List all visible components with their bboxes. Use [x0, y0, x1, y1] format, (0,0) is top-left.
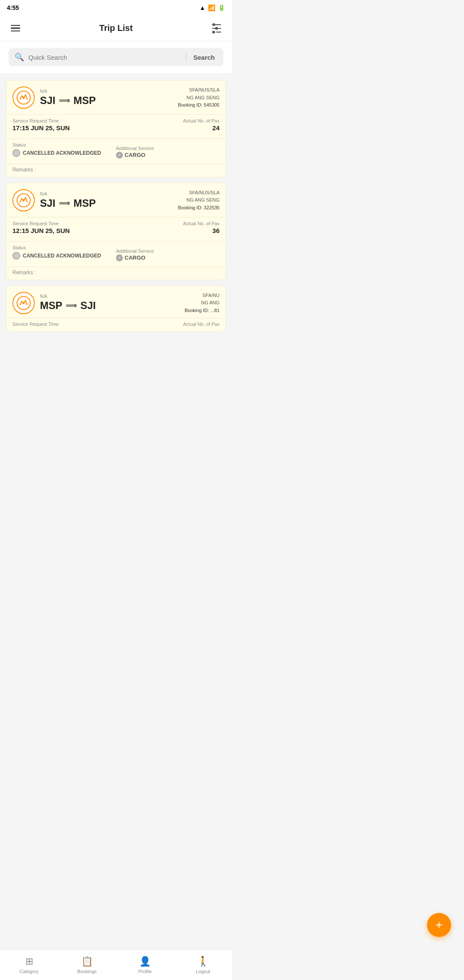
route-arrow-2: ⟹ — [59, 199, 70, 208]
from-city-3: MSP — [40, 300, 62, 312]
service-time-label-2: Service Request Time — [12, 221, 116, 226]
trip-route-info-3: N/A MSP ⟹ SJI — [40, 294, 180, 312]
service-time-label-1: Service Request Time — [12, 118, 116, 123]
na-label-2: N/A — [40, 192, 173, 196]
cargo-check-icon-1: ✓ — [116, 152, 123, 159]
operator-name-3: NG ANG — [185, 299, 220, 307]
trip-card-header-2: N/A SJI ⟹ MSP SFA/NUS/SLA NG ANG SENG Bo… — [6, 183, 226, 215]
remarks-row-1: Remarks : — [6, 164, 226, 177]
pax-col-1: Actual No. of Pax 24 — [116, 115, 220, 135]
to-city-1: MSP — [73, 95, 96, 107]
signal-icon: 📶 — [208, 4, 215, 11]
route-cities-1: SJI ⟹ MSP — [40, 95, 173, 107]
svg-point-6 — [22, 199, 24, 202]
search-icon: 🔍 — [15, 52, 24, 62]
na-label-3: N/A — [40, 294, 180, 299]
route-code-1: SFA/NUS/SLA — [178, 86, 220, 94]
status-col-1: Status CANCELLED ACKNOWLEDGED — [12, 139, 116, 162]
pax-col-2: Actual No. of Pax 36 — [116, 217, 220, 238]
status-dot-1 — [12, 149, 20, 157]
filter-icon[interactable] — [210, 21, 223, 35]
battery-icon: 🔋 — [218, 4, 225, 11]
trip-logo-2 — [12, 189, 35, 211]
page-title: Trip List — [99, 23, 133, 33]
booking-id-1: Booking ID: 545305 — [178, 101, 220, 109]
route-arrow-1: ⟹ — [59, 96, 70, 105]
search-bar-wrapper: 🔍 Search — [0, 41, 232, 73]
search-divider — [186, 53, 186, 61]
additional-service-label-1: Additional Service — [116, 142, 220, 151]
status-badge-1: CANCELLED ACKNOWLEDGED — [12, 149, 101, 157]
pax-value-2: 36 — [116, 227, 220, 234]
cargo-text-2: CARGO — [125, 254, 145, 261]
from-city-1: SJI — [40, 95, 55, 107]
status-col-2: Status CANCELLED ACKNOWLEDGED — [12, 242, 116, 265]
wifi-icon: ▲ — [199, 4, 205, 11]
trip-status-row-1: Status CANCELLED ACKNOWLEDGED Additional… — [6, 138, 226, 164]
status-dot-2 — [12, 252, 20, 260]
cargo-check-icon-2: ✓ — [116, 254, 123, 261]
route-code-2: SFA/NUS/SLA — [178, 189, 220, 197]
pax-label-1: Actual No. of Pax — [116, 118, 220, 123]
app-header: Trip List — [0, 15, 232, 41]
status-time: 4:55 — [7, 4, 19, 11]
operator-name-2: NG ANG SENG — [178, 196, 220, 204]
to-city-2: MSP — [73, 197, 96, 209]
trip-meta-3: SFA/NU NG ANG Booking ID: ...81 — [185, 292, 220, 315]
status-bar: 4:55 ▲ 📶 🔋 — [0, 0, 232, 15]
cargo-text-1: CARGO — [125, 152, 145, 158]
service-time-value-1: 17:15 JUN 25, SUN — [12, 124, 116, 132]
search-bar: 🔍 Search — [9, 48, 223, 66]
route-code-3: SFA/NU — [185, 292, 220, 300]
na-label-1: N/A — [40, 89, 173, 94]
pax-label-3: Actual No. of Pax — [183, 322, 220, 327]
booking-id-3: Booking ID: ...81 — [185, 307, 220, 315]
additional-service-col-2: Additional Service ✓ CARGO — [116, 242, 220, 265]
hamburger-menu-icon[interactable] — [9, 21, 22, 35]
remarks-label-2: Remarks : — [12, 270, 36, 276]
trip-card-1[interactable]: N/A SJI ⟹ MSP SFA/NUS/SLA NG ANG SENG Bo… — [6, 80, 226, 178]
trip-meta-2: SFA/NUS/SLA NG ANG SENG Booking ID: 3225… — [178, 189, 220, 212]
trip-card-3[interactable]: N/A MSP ⟹ SJI SFA/NU NG ANG Booking ID: … — [6, 285, 226, 332]
trip-route-info-1: N/A SJI ⟹ MSP — [40, 89, 173, 107]
svg-point-4 — [22, 97, 24, 99]
status-badge-2: CANCELLED ACKNOWLEDGED — [12, 252, 101, 260]
trip-card-header-3: N/A MSP ⟹ SJI SFA/NU NG ANG Booking ID: … — [6, 286, 226, 318]
route-cities-2: SJI ⟹ MSP — [40, 197, 173, 209]
trip-card-header-1: N/A SJI ⟹ MSP SFA/NUS/SLA NG ANG SENG Bo… — [6, 80, 226, 113]
service-time-value-2: 12:15 JUN 25, SUN — [12, 227, 116, 234]
to-city-3: SJI — [80, 300, 96, 312]
search-input[interactable] — [28, 54, 182, 61]
from-city-2: SJI — [40, 197, 55, 209]
trip-meta-1: SFA/NUS/SLA NG ANG SENG Booking ID: 5453… — [178, 86, 220, 109]
service-time-col-1: Service Request Time 17:15 JUN 25, SUN — [12, 115, 116, 135]
additional-service-col-1: Additional Service ✓ CARGO — [116, 139, 220, 162]
pax-label-2: Actual No. of Pax — [116, 221, 220, 226]
status-text-1: CANCELLED ACKNOWLEDGED — [23, 150, 101, 156]
route-cities-3: MSP ⟹ SJI — [40, 300, 180, 312]
status-text-2: CANCELLED ACKNOWLEDGED — [23, 253, 101, 259]
trips-container: N/A SJI ⟹ MSP SFA/NUS/SLA NG ANG SENG Bo… — [0, 73, 232, 338]
trip-logo-1 — [12, 86, 35, 109]
trip-card-2[interactable]: N/A SJI ⟹ MSP SFA/NUS/SLA NG ANG SENG Bo… — [6, 183, 226, 280]
remarks-row-2: Remarks : — [6, 266, 226, 280]
route-arrow-3: ⟹ — [66, 301, 77, 310]
trip-status-row-2: Status CANCELLED ACKNOWLEDGED Additional… — [6, 241, 226, 266]
cargo-badge-2: ✓ CARGO — [116, 254, 220, 261]
pax-value-1: 24 — [116, 124, 220, 132]
status-icons: ▲ 📶 🔋 — [199, 4, 225, 11]
operator-name-1: NG ANG SENG — [178, 94, 220, 102]
status-label-1: Status — [12, 142, 116, 147]
additional-service-label-2: Additional Service — [116, 245, 220, 254]
cargo-badge-1: ✓ CARGO — [116, 152, 220, 159]
remarks-label-1: Remarks : — [12, 167, 36, 173]
trip-logo-3 — [12, 292, 35, 314]
status-label-2: Status — [12, 245, 116, 250]
search-button[interactable]: Search — [191, 53, 217, 62]
svg-point-8 — [22, 302, 24, 304]
trip-details-2: Service Request Time 12:15 JUN 25, SUN A… — [6, 217, 226, 241]
service-time-label-3: Service Request Time — [12, 322, 59, 327]
service-time-col-2: Service Request Time 12:15 JUN 25, SUN — [12, 217, 116, 238]
trip-details-1: Service Request Time 17:15 JUN 25, SUN A… — [6, 114, 226, 138]
booking-id-2: Booking ID: 322535 — [178, 204, 220, 212]
